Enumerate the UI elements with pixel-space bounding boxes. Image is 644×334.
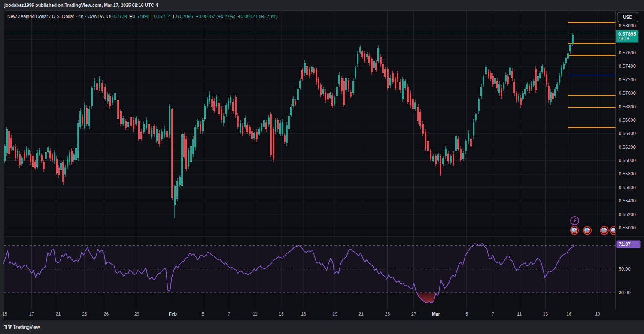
- svg-text:5: 5: [202, 311, 204, 316]
- svg-text:USD: USD: [623, 15, 633, 20]
- svg-text:11: 11: [517, 311, 522, 316]
- svg-text:23: 23: [82, 311, 87, 316]
- svg-text:0.55800: 0.55800: [619, 171, 636, 176]
- svg-text:26: 26: [104, 311, 109, 316]
- svg-text:0.58000: 0.58000: [619, 23, 636, 28]
- svg-text:29: 29: [134, 311, 140, 316]
- svg-text:0.57400: 0.57400: [619, 63, 636, 69]
- svg-text:Feb: Feb: [169, 311, 177, 316]
- svg-text:joodabas1995 published on Trad: joodabas1995 published on TradingView.co…: [4, 3, 158, 8]
- svg-text:0.55200: 0.55200: [619, 212, 636, 217]
- svg-text:TradingView: TradingView: [13, 324, 40, 330]
- svg-text:16: 16: [566, 311, 571, 316]
- svg-text:0.57200: 0.57200: [619, 77, 636, 82]
- svg-text:16: 16: [301, 311, 306, 316]
- svg-text:43:28: 43:28: [618, 36, 629, 41]
- svg-text:0.55400: 0.55400: [619, 198, 636, 203]
- svg-text:25: 25: [385, 311, 390, 316]
- svg-text:11: 11: [253, 311, 258, 316]
- svg-text:0.55600: 0.55600: [619, 185, 636, 190]
- svg-text:7: 7: [228, 311, 231, 316]
- svg-text:7: 7: [492, 311, 494, 316]
- svg-text:0.57600: 0.57600: [619, 50, 636, 55]
- svg-text:30.00: 30.00: [619, 290, 631, 295]
- svg-text:21: 21: [56, 311, 61, 316]
- svg-text:19: 19: [595, 311, 600, 316]
- svg-text:0.56000: 0.56000: [619, 158, 636, 163]
- svg-text:17: 17: [29, 311, 34, 316]
- svg-text:13: 13: [543, 311, 548, 316]
- svg-text:0.56600: 0.56600: [619, 117, 636, 123]
- svg-text:13: 13: [279, 311, 284, 316]
- svg-text:0.56200: 0.56200: [619, 144, 636, 150]
- svg-text:0.55000: 0.55000: [619, 225, 636, 230]
- svg-text:21: 21: [358, 311, 364, 316]
- svg-text:Mar: Mar: [432, 311, 440, 316]
- svg-text:0.56400: 0.56400: [619, 131, 636, 136]
- svg-text:50.00: 50.00: [619, 266, 631, 271]
- svg-text:71.37: 71.37: [619, 241, 631, 247]
- svg-text:0.56800: 0.56800: [619, 104, 636, 109]
- svg-text:15: 15: [2, 311, 7, 316]
- svg-text:19: 19: [332, 311, 337, 316]
- svg-text:27: 27: [411, 311, 416, 316]
- svg-text:5: 5: [465, 311, 468, 316]
- svg-text:0.57895: 0.57895: [618, 31, 636, 36]
- svg-text:0.57000: 0.57000: [619, 90, 636, 96]
